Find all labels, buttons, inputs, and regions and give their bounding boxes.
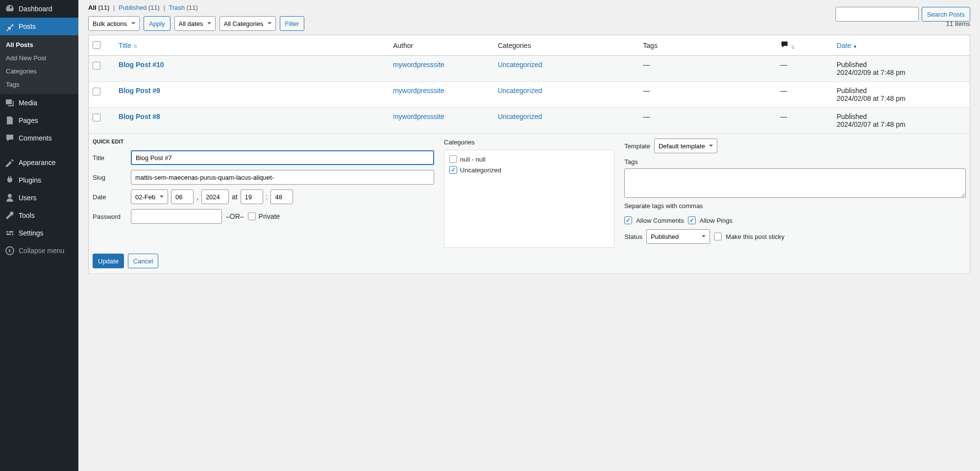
menu-label: Appearance xyxy=(19,159,56,166)
posts-table: Title Author Categories Tags Date Blog P… xyxy=(88,35,970,274)
qe-tags-textarea[interactable] xyxy=(624,168,966,198)
submenu-all-posts[interactable]: All Posts xyxy=(0,38,78,51)
search-box: Search Posts xyxy=(835,7,970,22)
menu-media[interactable]: Media xyxy=(0,94,78,112)
collapse-menu[interactable]: Collapse menu xyxy=(0,242,78,259)
qe-title-input[interactable] xyxy=(131,150,434,165)
qe-cat-null-checkbox[interactable] xyxy=(449,155,457,163)
author-link[interactable]: mywordpresssite xyxy=(393,61,444,69)
search-input[interactable] xyxy=(835,7,919,22)
comments-cell: — xyxy=(776,56,833,82)
menu-dashboard[interactable]: Dashboard xyxy=(0,0,78,18)
qe-category-box: null - null Uncategorized xyxy=(444,150,614,248)
table-row: Blog Post #8 mywordpresssite Uncategoriz… xyxy=(89,108,970,134)
qe-slug-input[interactable] xyxy=(131,170,434,185)
post-title-link[interactable]: Blog Post #10 xyxy=(119,61,164,69)
post-title-link[interactable]: Blog Post #8 xyxy=(119,113,160,120)
qe-categories-label: Categories xyxy=(444,139,614,146)
menu-label: Settings xyxy=(19,229,44,237)
qe-cancel-button[interactable]: Cancel xyxy=(128,254,158,268)
qe-update-button[interactable]: Update xyxy=(93,254,124,268)
menu-posts[interactable]: Posts xyxy=(0,18,78,35)
menu-label: Posts xyxy=(19,23,36,30)
search-button[interactable]: Search Posts xyxy=(922,7,970,22)
qe-password-label: Password xyxy=(93,213,131,220)
post-title-link[interactable]: Blog Post #9 xyxy=(119,87,160,94)
tags-cell: — xyxy=(639,82,776,108)
menu-plugins[interactable]: Plugins xyxy=(0,171,78,189)
row-checkbox[interactable] xyxy=(93,114,100,121)
qe-tags-help: Separate tags with commas xyxy=(624,202,966,210)
tags-cell: — xyxy=(639,108,776,134)
menu-tools[interactable]: Tools xyxy=(0,207,78,224)
filter-trash[interactable]: Trash (11) xyxy=(169,4,198,11)
plugins-icon xyxy=(5,175,15,185)
media-icon xyxy=(5,98,15,108)
qe-status-select[interactable]: Published xyxy=(646,229,710,244)
qe-private-label: Private xyxy=(259,212,280,220)
quick-edit-row: Quick Edit Title Slug Date xyxy=(89,134,970,274)
author-link[interactable]: mywordpresssite xyxy=(393,113,444,120)
filter-all[interactable]: All (11) xyxy=(88,4,109,11)
qe-private-checkbox[interactable] xyxy=(248,212,256,220)
posts-submenu: All Posts Add New Post Categories Tags xyxy=(0,35,78,94)
date-filter-select[interactable]: All dates xyxy=(174,16,216,31)
date-cell: Published2024/02/07 at 7:48 pm xyxy=(833,108,970,134)
tools-icon xyxy=(5,211,15,220)
comments-icon xyxy=(5,133,15,143)
qe-allow-pings-checkbox[interactable] xyxy=(688,216,696,224)
table-row: Blog Post #10 mywordpresssite Uncategori… xyxy=(89,56,970,82)
qe-template-select[interactable]: Default template xyxy=(654,139,717,153)
qe-template-label: Template xyxy=(624,142,650,150)
column-date[interactable]: Date xyxy=(833,35,970,56)
author-link[interactable]: mywordpresssite xyxy=(393,87,444,94)
column-categories: Categories xyxy=(494,35,639,56)
category-filter-select[interactable]: All Categories xyxy=(220,16,276,31)
qe-password-input[interactable] xyxy=(131,209,222,224)
submenu-tags[interactable]: Tags xyxy=(0,78,78,91)
category-link[interactable]: Uncategorized xyxy=(498,87,542,94)
tags-cell: — xyxy=(639,56,776,82)
submenu-categories[interactable]: Categories xyxy=(0,65,78,78)
row-checkbox[interactable] xyxy=(93,88,100,95)
menu-label: Media xyxy=(19,99,37,107)
bulk-action-select[interactable]: Bulk actions xyxy=(88,16,140,31)
filter-button[interactable]: Filter xyxy=(280,16,305,31)
menu-users[interactable]: Users xyxy=(0,189,78,207)
qe-month-select[interactable]: 02-Feb xyxy=(131,189,168,204)
pages-icon xyxy=(5,116,15,125)
category-link[interactable]: Uncategorized xyxy=(498,61,542,69)
menu-label: Plugins xyxy=(19,176,41,184)
submenu-add-new[interactable]: Add New Post xyxy=(0,51,78,65)
qe-sticky-label: Make this post sticky xyxy=(726,233,784,240)
qe-sticky-checkbox[interactable] xyxy=(714,233,722,240)
filter-published[interactable]: Published (11) xyxy=(119,4,160,11)
qe-slug-label: Slug xyxy=(93,174,131,181)
qe-year-input[interactable] xyxy=(201,189,229,204)
qe-cat-uncategorized-checkbox[interactable] xyxy=(449,166,457,174)
row-checkbox[interactable] xyxy=(93,62,100,70)
qe-day-input[interactable] xyxy=(171,189,194,204)
select-all-checkbox[interactable] xyxy=(93,41,100,49)
date-cell: Published2024/02/08 at 7:48 pm xyxy=(833,82,970,108)
menu-label: Pages xyxy=(19,117,38,124)
column-comments[interactable] xyxy=(776,35,833,56)
category-link[interactable]: Uncategorized xyxy=(498,113,542,120)
menu-settings[interactable]: Settings xyxy=(0,224,78,242)
appearance-icon xyxy=(5,158,15,167)
settings-icon xyxy=(5,228,15,238)
table-row: Blog Post #9 mywordpresssite Uncategoriz… xyxy=(89,82,970,108)
column-author: Author xyxy=(389,35,494,56)
menu-comments[interactable]: Comments xyxy=(0,129,78,147)
qe-date-label: Date xyxy=(93,193,131,201)
qe-allow-comments-checkbox[interactable] xyxy=(624,216,632,224)
column-title[interactable]: Title xyxy=(115,35,389,56)
admin-sidebar: Dashboard Posts All Posts Add New Post C… xyxy=(0,0,78,283)
qe-minute-input[interactable] xyxy=(270,189,293,204)
apply-button[interactable]: Apply xyxy=(144,16,171,31)
menu-pages[interactable]: Pages xyxy=(0,112,78,129)
dashboard-icon xyxy=(5,4,15,14)
qe-cat-null-label: null - null xyxy=(460,156,486,163)
qe-hour-input[interactable] xyxy=(241,189,263,204)
menu-appearance[interactable]: Appearance xyxy=(0,154,78,171)
